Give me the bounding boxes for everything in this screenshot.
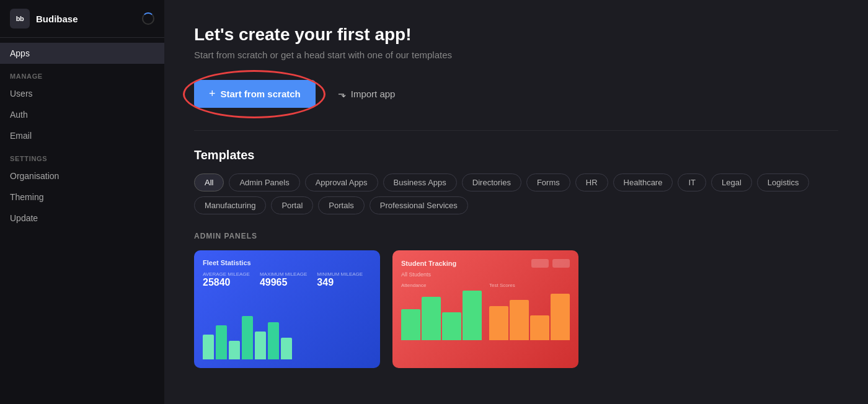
fleet-stat-min: Minimum Mileage 349 <box>317 271 363 288</box>
tracking-subtitle: All Students <box>401 271 570 278</box>
template-cards: Fleet Statistics Average Mileage 25840 M… <box>194 250 838 368</box>
filter-tag-portals[interactable]: Portals <box>318 196 364 214</box>
bar <box>551 294 570 340</box>
filter-tag-approval-apps[interactable]: Approval Apps <box>305 173 378 191</box>
sidebar: bb Budibase Apps MANAGE Users Auth Email… <box>0 0 164 404</box>
plus-icon: + <box>209 87 216 100</box>
fleet-stats-row: Average Mileage 25840 Maximum Mileage 49… <box>203 271 371 288</box>
start-from-scratch-button[interactable]: + Start from scratch <box>194 80 316 108</box>
sidebar-item-organisation[interactable]: Organisation <box>0 165 164 187</box>
track-ctrl-1 <box>531 259 549 268</box>
tracking-controls <box>531 259 570 268</box>
sidebar-item-users[interactable]: Users <box>0 83 164 104</box>
bar <box>463 291 482 340</box>
filter-tag-all[interactable]: All <box>194 173 224 191</box>
track-ctrl-2 <box>552 259 570 268</box>
sidebar-item-update[interactable]: Update <box>0 208 164 229</box>
fleet-stat-average: Average Mileage 25840 <box>203 271 250 288</box>
bar <box>422 297 441 340</box>
bar <box>530 315 549 340</box>
filter-tag-logistics[interactable]: Logistics <box>757 173 810 191</box>
filter-tag-portal[interactable]: Portal <box>271 196 313 214</box>
filter-tag-directories[interactable]: Directories <box>462 173 521 191</box>
loading-spinner <box>142 12 154 25</box>
bar <box>216 325 227 359</box>
fleet-card-title: Fleet Statistics <box>203 259 371 266</box>
admin-panels-label: ADMIN PANELS <box>194 232 838 240</box>
bar <box>268 322 279 359</box>
bar <box>281 338 292 359</box>
test-scores-col: Test Scores <box>489 283 570 340</box>
bar <box>242 316 253 359</box>
attendance-col: Attendance <box>401 283 482 340</box>
page-subtitle: Start from scratch or get a head start w… <box>194 50 838 60</box>
filter-tag-it[interactable]: IT <box>678 173 706 191</box>
action-buttons: + Start from scratch ⬎ Import app <box>194 80 838 108</box>
tracking-grid: Attendance Test Scores <box>401 283 570 340</box>
bar <box>255 332 266 359</box>
settings-section-label: SETTINGS <box>0 146 164 165</box>
page-title: Let's create your first app! <box>194 25 838 45</box>
start-button-label: Start from scratch <box>221 89 301 99</box>
start-from-scratch-wrapper: + Start from scratch <box>194 80 316 108</box>
divider <box>194 130 838 131</box>
tracking-title: Student Tracking <box>401 260 456 267</box>
template-card-fleet[interactable]: Fleet Statistics Average Mileage 25840 M… <box>194 250 380 368</box>
import-icon: ⬎ <box>338 88 346 100</box>
fleet-stat-max: Maximum Mileage 49965 <box>260 271 307 288</box>
sidebar-item-email[interactable]: Email <box>0 125 164 146</box>
tracking-header: Student Tracking <box>401 259 570 268</box>
fleet-mini-chart <box>203 299 371 359</box>
sidebar-header: bb Budibase <box>0 0 164 38</box>
sidebar-item-auth[interactable]: Auth <box>0 104 164 125</box>
bar <box>401 309 420 340</box>
filter-tags: All Admin Panels Approval Apps Business … <box>194 173 838 214</box>
filter-tag-forms[interactable]: Forms <box>526 173 570 191</box>
bar <box>203 335 214 359</box>
filter-tag-manufacturing[interactable]: Manufacturing <box>194 196 266 214</box>
bar <box>229 341 240 359</box>
filter-tag-hr[interactable]: HR <box>575 173 608 191</box>
logo: bb <box>10 9 30 29</box>
filter-tag-business-apps[interactable]: Business Apps <box>383 173 457 191</box>
manage-section-label: MANAGE <box>0 64 164 83</box>
import-button-label: Import app <box>351 89 396 99</box>
bar <box>510 300 529 340</box>
main-content: Let's create your first app! Start from … <box>164 0 868 404</box>
app-name: Budibase <box>36 14 78 24</box>
bar <box>442 312 461 340</box>
attendance-chart <box>401 291 482 340</box>
test-scores-chart <box>489 291 570 340</box>
filter-tag-admin-panels[interactable]: Admin Panels <box>229 173 299 191</box>
sidebar-item-apps[interactable]: Apps <box>0 43 164 64</box>
filter-tag-healthcare[interactable]: Healthcare <box>613 173 673 191</box>
import-app-button[interactable]: ⬎ Import app <box>326 81 408 107</box>
filter-tag-professional-services[interactable]: Professional Services <box>370 196 468 214</box>
sidebar-item-theming[interactable]: Theming <box>0 187 164 208</box>
template-card-student[interactable]: Student Tracking All Students Attendance <box>392 250 578 368</box>
templates-section-title: Templates <box>194 148 838 162</box>
filter-tag-legal[interactable]: Legal <box>711 173 752 191</box>
sidebar-nav: Apps MANAGE Users Auth Email SETTINGS Or… <box>0 38 164 404</box>
bar <box>489 306 508 340</box>
